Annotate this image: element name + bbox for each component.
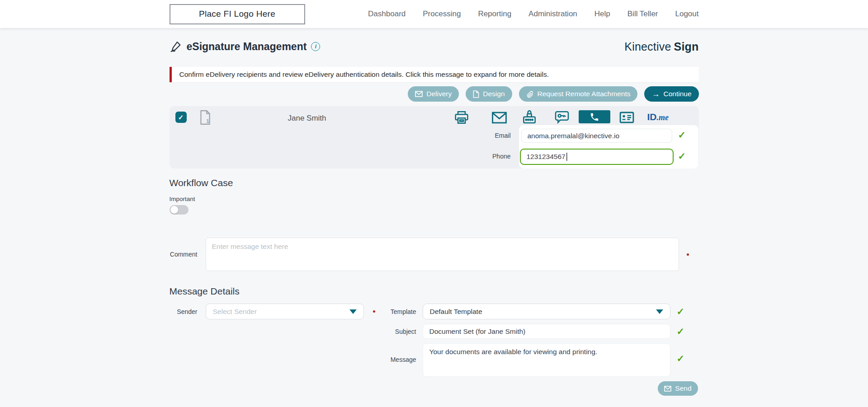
design-button[interactable]: Design: [466, 86, 512, 102]
template-select-value: Default Template: [430, 308, 482, 316]
signature-pen-icon: [170, 40, 182, 53]
email-input[interactable]: [521, 129, 672, 143]
phone-auth-icon[interactable]: [579, 110, 610, 123]
workflow-case-heading: Workflow Case: [170, 178, 699, 188]
nav-item-dashboard[interactable]: Dashboard: [368, 9, 406, 19]
page-header: eSignature Management i KinectiveSign: [170, 39, 699, 54]
subject-valid-check-icon: ✓: [677, 326, 685, 337]
nav-item-logout[interactable]: Logout: [675, 9, 699, 19]
subject-input[interactable]: [423, 324, 670, 339]
envelope-icon: [664, 386, 671, 392]
brand-logo: KinectiveSign: [624, 40, 698, 53]
nav-item-user[interactable]: Bill Teller: [627, 9, 658, 19]
template-valid-check-icon: ✓: [677, 306, 685, 317]
comment-required-dot: [687, 253, 689, 256]
send-button[interactable]: Send: [658, 381, 698, 396]
comment-textarea[interactable]: [206, 238, 679, 271]
idme-auth-icon[interactable]: ID.me: [647, 112, 669, 122]
email-delivery-icon[interactable]: [491, 112, 507, 124]
template-label: Template: [387, 308, 423, 315]
template-select[interactable]: Default Template: [423, 304, 670, 319]
id-card-auth-icon[interactable]: [619, 112, 634, 123]
phone-valid-check-icon: ✓: [678, 151, 686, 162]
continue-button[interactable]: → Continue: [644, 86, 698, 102]
nav-links: Dashboard Processing Reporting Administr…: [368, 9, 698, 19]
sender-label: Sender: [170, 308, 206, 315]
message-details-heading: Message Details: [170, 286, 699, 297]
arrow-right-icon: →: [651, 90, 660, 98]
phone-label: Phone: [474, 153, 511, 160]
paperclip-icon: [526, 90, 534, 98]
email-label: Email: [474, 132, 511, 139]
message-textarea[interactable]: Your documents are available for viewing…: [423, 343, 670, 377]
edelivery-alert-banner[interactable]: Confirm eDelivery recipients and review …: [170, 67, 699, 82]
sender-select-value: Select Sender: [213, 308, 257, 316]
nav-item-administration[interactable]: Administration: [528, 9, 577, 19]
phone-input[interactable]: [520, 149, 674, 165]
info-icon[interactable]: i: [311, 42, 320, 51]
recipient-card: ✓ 1 Jane Smith: [170, 106, 699, 168]
recipient-name: Jane Smith: [288, 114, 326, 123]
chevron-down-icon: [349, 309, 357, 314]
page-title: eSignature Management: [187, 41, 307, 53]
request-remote-attachments-button[interactable]: Request Remote Attachments: [519, 86, 638, 102]
envelope-icon: [415, 91, 423, 97]
message-label: Message: [387, 356, 423, 363]
nav-item-reporting[interactable]: Reporting: [478, 9, 511, 19]
sms-code-auth-icon[interactable]: [555, 111, 569, 125]
message-row: Message Your documents are available for…: [387, 343, 699, 377]
action-button-row: Delivery Design Request Remote Attachmen…: [170, 86, 699, 102]
document-icon: [473, 90, 479, 98]
important-label: Important: [170, 196, 699, 202]
nav-item-help[interactable]: Help: [594, 9, 610, 19]
sender-required-dot: [373, 310, 375, 313]
comment-label: Comment: [170, 251, 206, 258]
toggle-knob: [170, 206, 178, 214]
message-valid-check-icon: ✓: [677, 353, 685, 364]
email-valid-check-icon: ✓: [678, 130, 686, 140]
subject-row: Subject ✓: [387, 324, 699, 339]
fi-logo-placeholder: Place FI Logo Here: [170, 4, 305, 24]
important-toggle[interactable]: [170, 205, 189, 215]
print-delivery-icon[interactable]: [454, 111, 469, 124]
alert-message: Confirm eDelivery recipients and review …: [179, 70, 549, 79]
chevron-down-icon: [656, 309, 663, 314]
fi-logo-text: Place FI Logo Here: [199, 9, 275, 19]
comment-row: Comment: [170, 238, 699, 271]
subject-label: Subject: [387, 328, 423, 335]
password-auth-icon[interactable]: [522, 108, 537, 125]
svg-text:1: 1: [206, 118, 209, 124]
template-row: Template Default Template ✓: [387, 304, 699, 319]
sender-select[interactable]: Select Sender: [206, 304, 364, 319]
document-count-icon[interactable]: 1: [198, 110, 212, 125]
recipient-checkbox[interactable]: ✓: [175, 112, 187, 123]
delivery-button[interactable]: Delivery: [408, 86, 459, 102]
nav-item-processing[interactable]: Processing: [423, 9, 461, 19]
top-nav: Place FI Logo Here Dashboard Processing …: [0, 0, 868, 28]
